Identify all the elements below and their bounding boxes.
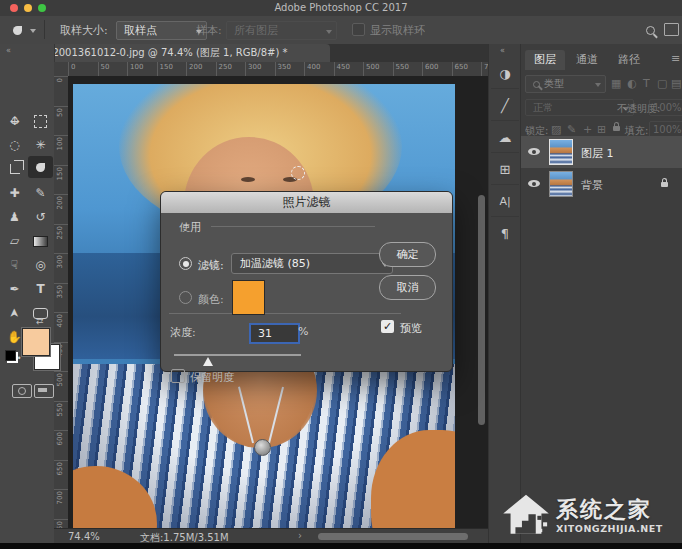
window-titlebar: Adobe Photoshop CC 2017	[0, 0, 682, 17]
screen-mode-button[interactable]	[34, 384, 54, 398]
spot-healing-tool[interactable]: ✚	[2, 182, 27, 204]
lock-artboard-icon[interactable]: ⊞	[597, 123, 606, 136]
opacity-select[interactable]: 100%	[649, 99, 682, 116]
vertical-ruler[interactable]: 0501001502002503003504004505005506006507…	[54, 76, 69, 543]
libraries-panel-icon[interactable]: ☁	[491, 122, 519, 153]
ok-button[interactable]: 确定	[379, 242, 436, 267]
horizontal-scrollbar[interactable]	[318, 533, 468, 540]
photo-filter-dialog: 照片滤镜 使用 滤镜: 加温滤镜 (85) 颜色: 浓度: 31 % 保留明度 …	[160, 191, 453, 372]
brush-tool[interactable]: ✎	[28, 182, 53, 204]
filter-pixel-icon[interactable]: ▦	[611, 77, 621, 90]
tool-preset-caret-icon[interactable]	[30, 29, 36, 33]
layer-row-background[interactable]: 背景	[521, 168, 682, 200]
density-slider-track[interactable]	[174, 354, 301, 356]
sample-source-value: 所有图层	[234, 23, 278, 38]
vertical-scrollbar[interactable]	[478, 195, 485, 425]
crop-tool[interactable]	[2, 158, 27, 180]
color-swatch[interactable]	[232, 280, 265, 315]
watermark-house-logo-icon	[500, 491, 552, 542]
eraser-tool[interactable]: ▱	[2, 230, 27, 252]
properties-panel-icon[interactable]: ⊞	[491, 154, 519, 185]
visibility-eye-icon[interactable]	[528, 148, 540, 155]
path-select-tool[interactable]: ➤	[2, 302, 27, 324]
status-chevron-icon[interactable]: ›	[298, 530, 302, 541]
lock-paint-icon[interactable]: ✎	[567, 123, 576, 136]
color-radio[interactable]	[179, 291, 192, 304]
collapse-tools-icon[interactable]: «	[6, 46, 11, 55]
density-slider-thumb[interactable]	[203, 357, 213, 366]
pen-tool[interactable]: ✒	[2, 278, 27, 300]
filter-radio[interactable]	[179, 257, 192, 270]
curves-panel-icon[interactable]: ╱	[491, 90, 519, 121]
density-input[interactable]: 31	[249, 323, 300, 344]
percent-label: %	[298, 325, 308, 338]
collapse-strip-icon[interactable]: «	[500, 46, 505, 55]
preserve-luminosity-checkbox[interactable]	[171, 369, 185, 383]
show-sampling-ring-label: 显示取样环	[370, 23, 425, 38]
quick-mask-button[interactable]	[12, 384, 32, 398]
layer-filter-label: 类型	[544, 77, 564, 91]
preview-label: 预览	[400, 321, 422, 336]
sample-ring-cursor	[291, 166, 305, 180]
history-brush-tool[interactable]: ↺	[28, 206, 53, 228]
horizontal-ruler[interactable]: 0501001502002503003504004505005506006507…	[68, 62, 488, 77]
filter-select[interactable]: 加温滤镜 (85)	[231, 253, 393, 274]
sample-size-select[interactable]: 取样点	[116, 21, 207, 40]
default-colors-icon[interactable]	[5, 350, 16, 361]
clone-stamp-tool[interactable]: ♟	[2, 206, 27, 228]
document-tab[interactable]: × 2001361012-0.jpg @ 74.4% (图层 1, RGB/8#…	[28, 44, 330, 62]
filter-shape-icon[interactable]: ▢	[657, 77, 667, 90]
ruler-origin-corner[interactable]	[54, 62, 69, 77]
character-panel-icon[interactable]: A|	[491, 186, 519, 217]
type-tool[interactable]: T	[28, 278, 53, 300]
rect-marquee-tool[interactable]	[28, 110, 53, 132]
search-icon[interactable]	[646, 25, 655, 38]
eyedropper-tool-icon[interactable]	[8, 21, 26, 39]
show-sampling-ring-checkbox[interactable]	[352, 23, 365, 36]
layer-thumbnail[interactable]	[549, 171, 573, 197]
workspace-icon[interactable]	[664, 23, 679, 36]
layers-panel: 图层 通道 路径 ≡ 类型 ▦ ◐ T ▢ ▤ 正常 不透明度: 100% 锁定…	[520, 44, 682, 543]
lock-all-icon[interactable]	[613, 126, 620, 131]
preserve-luminosity-label: 保留明度	[190, 370, 234, 385]
adjustments-panel-icon[interactable]: ◑	[491, 58, 519, 89]
lock-transparency-icon[interactable]: ▨	[551, 123, 561, 136]
dodge-tool[interactable]: ◎	[28, 254, 53, 276]
magic-wand-tool[interactable]: ✳	[28, 134, 53, 156]
dialog-title[interactable]: 照片滤镜	[161, 192, 452, 213]
color-radio-label: 颜色:	[198, 292, 224, 307]
foreground-color-swatch[interactable]	[22, 328, 50, 356]
filter-smart-object-icon[interactable]: ▤	[671, 77, 681, 90]
filter-type-icon[interactable]: T	[643, 77, 650, 90]
move-tool[interactable]: ↔↕	[2, 110, 27, 132]
cancel-button[interactable]: 取消	[379, 275, 436, 300]
layer-lock-icon	[661, 182, 668, 187]
status-bar: 74.4% 文档:1.75M/3.51M ›	[54, 528, 488, 544]
tab-paths[interactable]: 路径	[609, 50, 649, 70]
layer-name[interactable]: 背景	[581, 178, 603, 193]
smudge-tool[interactable]: ☟	[2, 254, 27, 276]
layer-thumbnail[interactable]	[549, 139, 573, 165]
tab-layers[interactable]: 图层	[525, 50, 565, 70]
tab-channels[interactable]: 通道	[567, 50, 607, 70]
lasso-tool[interactable]: ◌	[2, 134, 27, 156]
layer-row-layer1[interactable]: 图层 1	[521, 136, 682, 168]
preview-checkbox[interactable]: ✓	[381, 320, 394, 333]
panel-menu-icon[interactable]: ≡	[671, 52, 680, 65]
gradient-tool[interactable]	[28, 230, 53, 252]
watermark-title: 系统之家	[556, 499, 652, 521]
layer-filter-select[interactable]: 类型	[525, 75, 606, 93]
paragraph-panel-icon[interactable]: ¶	[491, 218, 519, 248]
sample-source-label: 样本:	[196, 23, 222, 38]
eyedropper-tool[interactable]	[28, 156, 53, 178]
filter-radio-label: 滤镜:	[198, 258, 224, 273]
zoom-level-field[interactable]: 74.4%	[68, 531, 100, 542]
watermark-domain: XITONGZHIJIA.NET	[556, 523, 663, 534]
sample-source-select[interactable]: 所有图层	[226, 21, 337, 40]
visibility-eye-icon[interactable]	[528, 180, 540, 187]
filter-adjustment-icon[interactable]: ◐	[627, 77, 637, 90]
lock-position-icon[interactable]: +	[583, 123, 592, 136]
layer-name[interactable]: 图层 1	[581, 146, 614, 161]
swap-colors-icon[interactable]: ⇄	[36, 316, 44, 326]
tools-panel: « ↔↕ ◌ ✳ ✚ ✎ ♟ ↺ ▱ ☟ ◎ ✒ T ➤ ✋ ••• ⇄	[0, 44, 55, 543]
